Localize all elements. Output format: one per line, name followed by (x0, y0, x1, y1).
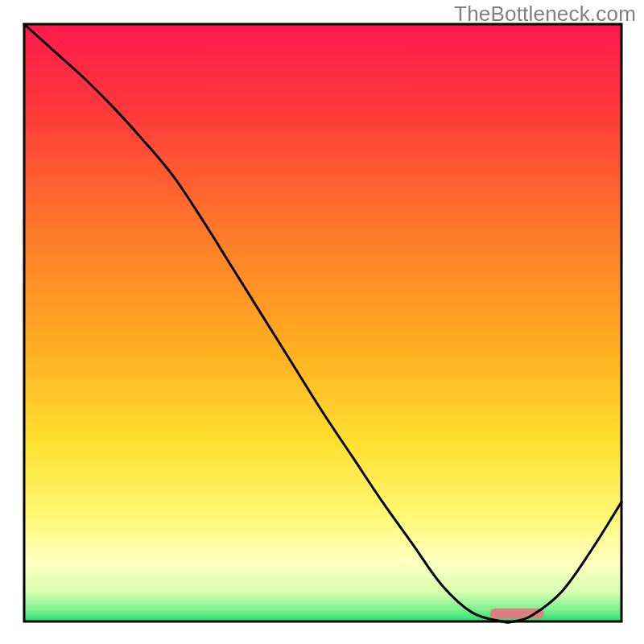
chart-container: TheBottleneck.com (0, 0, 644, 644)
bottleneck-chart (0, 0, 644, 644)
plot-background (24, 24, 621, 621)
watermark-text: TheBottleneck.com (454, 2, 636, 27)
